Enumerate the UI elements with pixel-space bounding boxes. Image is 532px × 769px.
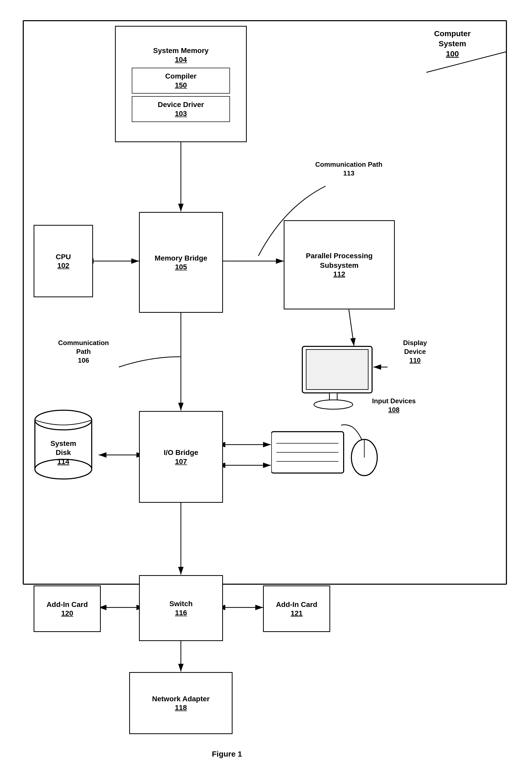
diagram-container: Computer System 100 System Memory 104 Co… [0,0,532,769]
parallel-label: Parallel Processing Subsystem [306,251,373,270]
svg-text:114: 114 [57,458,70,466]
comm-path-106-label: CommunicationPath106 [58,338,109,365]
parallel-num: 112 [333,270,345,278]
cpu-num: 102 [57,261,70,270]
svg-rect-17 [306,349,368,390]
io-bridge-label: I/O Bridge [164,448,198,457]
system-memory-label: System Memory [153,46,209,55]
add-in-card-120-label: Add-In Card [47,600,88,609]
network-adapter-label: Network Adapter [152,694,210,704]
svg-point-19 [314,400,353,409]
switch-box: Switch 116 [139,575,223,641]
compiler-label: Compiler [165,72,196,81]
system-disk-svg: System Disk 114 [28,406,98,494]
parallel-processing-box: Parallel Processing Subsystem 112 [284,220,395,309]
monitor-svg [297,344,388,416]
arrows-svg [0,0,532,769]
memory-bridge-label: Memory Bridge [155,253,207,263]
network-adapter-num: 118 [175,704,187,712]
svg-text:Disk: Disk [56,449,71,457]
device-driver-box: Device Driver 103 [132,96,230,122]
network-adapter-box: Network Adapter 118 [129,672,233,734]
svg-line-10 [349,309,354,346]
add-in-card-120-box: Add-In Card 120 [34,586,101,632]
svg-point-27 [35,410,92,430]
switch-num: 116 [175,609,187,617]
figure-caption: Figure 1 [212,750,242,758]
computer-system-label: Computer System 100 [434,28,471,59]
memory-bridge-box: Memory Bridge 105 [139,212,223,313]
system-memory-box: System Memory 104 Compiler 150 Device Dr… [115,26,247,142]
io-bridge-num: 107 [175,458,187,466]
compiler-box: Compiler 150 [132,68,230,94]
compiler-num: 150 [175,81,187,89]
add-in-card-121-label: Add-In Card [276,600,317,609]
memory-bridge-num: 105 [175,263,187,271]
svg-rect-15 [23,21,506,584]
io-bridge-box: I/O Bridge 107 [139,411,223,503]
svg-text:System: System [50,440,76,448]
switch-label: Switch [169,599,192,609]
device-driver-num: 103 [175,110,187,118]
display-device-label: DisplayDevice 110 [403,338,427,365]
device-driver-label: Device Driver [158,100,204,109]
add-in-card-121-box: Add-In Card 121 [263,586,330,632]
comm-path-113-label: Communication Path 113 [315,160,382,178]
add-in-card-121-num: 121 [291,609,303,618]
input-devices-svg [271,424,380,491]
add-in-card-120-num: 120 [61,609,73,618]
system-memory-num: 104 [175,56,187,64]
cpu-box: CPU 102 [34,225,93,297]
cpu-label: CPU [56,252,71,261]
